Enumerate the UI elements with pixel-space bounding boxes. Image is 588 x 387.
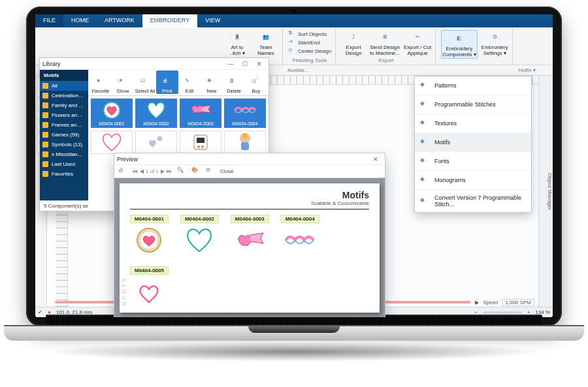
ribbon-group-components: ◧Embroidery Components ▾ ⚙Embroidery Set… bbox=[437, 29, 513, 65]
preview-viewport[interactable]: Motifs Scalable & Customizable M0404-000… bbox=[114, 178, 385, 317]
library-category[interactable]: Frames and Borders (374) bbox=[40, 120, 88, 130]
library-sidebar: Motifs AllCelebrations and Feelings (6)F… bbox=[40, 70, 88, 211]
dropdown-item[interactable]: ◆Convert Version 7 Programmable Stitch..… bbox=[415, 190, 531, 212]
library-category[interactable]: Games (59) bbox=[40, 130, 88, 140]
library-tool-new[interactable]: ✚New bbox=[201, 70, 223, 94]
library-category[interactable]: Last Used bbox=[40, 159, 88, 169]
tab-file[interactable]: FILE bbox=[35, 14, 63, 27]
art-to-stitch-label: Art to ..itch ▾ bbox=[229, 44, 244, 56]
sort-objects-button[interactable]: ⇅Sort Objects bbox=[288, 30, 331, 38]
preview-card-name: M0404-0003 bbox=[231, 215, 269, 223]
library-tool-favorite[interactable]: ★Favorite bbox=[90, 70, 112, 94]
tab-artwork[interactable]: ARTWORK bbox=[97, 14, 142, 27]
dropdown-item-icon: ◆ bbox=[420, 119, 429, 128]
new-icon: ✚ bbox=[207, 78, 216, 87]
dropdown-item[interactable]: ◆Fonts bbox=[415, 152, 531, 171]
speed-value[interactable]: 1,000 SPM bbox=[502, 299, 534, 306]
first-page-button[interactable]: ⏮ bbox=[133, 168, 138, 174]
motif-art bbox=[233, 132, 257, 152]
zoom-fit-icon[interactable]: 🔍 bbox=[177, 167, 186, 176]
aux-left-label[interactable]: Auxiliar... bbox=[287, 67, 308, 73]
print-icon[interactable]: 🖨 bbox=[118, 167, 127, 176]
preview-subheading: Scalable & Customizable bbox=[130, 200, 369, 209]
select all-icon: ☑ bbox=[140, 78, 150, 87]
export-design-button[interactable]: ⤴Export Design bbox=[341, 30, 366, 56]
library-category[interactable]: Flowers and Plants (20) bbox=[40, 110, 88, 120]
next-page-button[interactable]: ▶ bbox=[161, 168, 165, 174]
library-tool-label: Buy bbox=[252, 88, 261, 94]
library-thumb[interactable]: M0404-0003 bbox=[180, 99, 221, 128]
dropdown-item[interactable]: ◆Monograms bbox=[415, 171, 531, 190]
preview-sheet: Motifs Scalable & Customizable M0404-000… bbox=[120, 183, 380, 313]
preview-titlebar[interactable]: Preview ✕ bbox=[114, 153, 385, 165]
maximize-button[interactable]: ☐ bbox=[238, 59, 252, 69]
library-thumb[interactable] bbox=[135, 131, 177, 154]
preview-close-button[interactable]: Close bbox=[220, 168, 233, 174]
minimize-button[interactable]: — bbox=[224, 59, 237, 69]
library-title: Library bbox=[42, 61, 61, 67]
center-design-button[interactable]: ⊙Center Design bbox=[288, 47, 331, 55]
library-thumb[interactable] bbox=[180, 131, 221, 154]
library-toolbar: ★Favorite👁Show☑Select All🖨Print✎Edit✚New… bbox=[88, 70, 269, 96]
dropdown-item[interactable]: ◆Patterns bbox=[415, 76, 531, 95]
close-button[interactable]: ✕ bbox=[369, 155, 382, 164]
ribbon-tabs: FILE HOME ARTWORK EMBROIDERY VIEW bbox=[35, 14, 553, 27]
art-to-stitch-button[interactable]: 🧵Art to ..itch ▾ bbox=[225, 30, 250, 56]
library-thumb[interactable] bbox=[91, 131, 133, 154]
library-tool-buy[interactable]: 🛒Buy bbox=[245, 70, 267, 94]
library-tool-label: Select All bbox=[135, 88, 155, 94]
library-category[interactable]: Family and Home (37) bbox=[40, 101, 88, 110]
tab-home[interactable]: HOME bbox=[63, 14, 97, 27]
prev-page-button[interactable]: ◀ bbox=[140, 168, 144, 174]
library-thumb[interactable]: M0404-0001 bbox=[91, 99, 133, 128]
preview-card-art bbox=[233, 226, 266, 255]
dropdown-item-icon: ◆ bbox=[420, 100, 429, 109]
dropdown-item-label: Textures bbox=[434, 120, 457, 127]
dropdown-item[interactable]: ◆Motifs bbox=[415, 133, 531, 152]
play-button[interactable]: ▶ bbox=[475, 300, 479, 305]
settings-icon[interactable]: ⚙ bbox=[206, 167, 215, 176]
tab-view[interactable]: VIEW bbox=[197, 14, 228, 27]
embroidery-settings-button[interactable]: ⚙Embroidery Settings ▾ bbox=[482, 30, 508, 56]
library-tool-print[interactable]: 🖨Print bbox=[156, 70, 178, 94]
ribbon-group-export: ⤴Export Design 🖥Send Design to Machine..… bbox=[337, 29, 436, 65]
motif-caption: M0404-0002 bbox=[143, 121, 169, 126]
export-cut-applique-button[interactable]: ✂Export / Cut Applique bbox=[404, 30, 431, 56]
last-page-button[interactable]: ⏭ bbox=[167, 168, 172, 174]
library-tool-edit[interactable]: ✎Edit bbox=[178, 70, 201, 94]
library-tool-label: Delete bbox=[227, 88, 241, 94]
library-selection-status: 5 Component(s) selected bbox=[40, 200, 88, 211]
embroidery-components-button[interactable]: ◧Embroidery Components ▾ bbox=[441, 30, 478, 59]
right-dock[interactable]: Object Manager bbox=[538, 76, 553, 307]
start-end-button[interactable]: ⇥Start/End bbox=[288, 39, 331, 46]
library-category[interactable]: Celebrations and Feelings (6) bbox=[40, 91, 88, 101]
motif-art bbox=[144, 101, 169, 120]
library-category[interactable]: Symbols (13) bbox=[40, 140, 88, 149]
show-icon: 👁 bbox=[118, 78, 127, 87]
library-titlebar[interactable]: Library — ☐ ✕ bbox=[40, 58, 269, 70]
components-dropdown: ◆Patterns◆Programmable Stitches◆Textures… bbox=[414, 76, 532, 213]
library-category[interactable]: x Miscellaneous (85) bbox=[40, 149, 88, 159]
close-button[interactable]: ✕ bbox=[253, 59, 266, 69]
library-thumb[interactable]: M0404-0004 bbox=[224, 99, 266, 128]
finishing-caption: Finishing Tools bbox=[293, 57, 327, 65]
tab-embroidery[interactable]: EMBROIDERY bbox=[142, 14, 197, 27]
library-tool-select-all[interactable]: ☑Select All bbox=[134, 70, 156, 94]
library-thumb[interactable] bbox=[224, 131, 266, 154]
library-tool-show[interactable]: 👁Show bbox=[112, 70, 134, 94]
team-names-button[interactable]: 👥Team Names bbox=[253, 30, 278, 56]
options-icon[interactable]: 🎨 bbox=[191, 167, 201, 176]
dropdown-item-label: Patterns bbox=[434, 82, 457, 89]
dropdown-item[interactable]: ◆Programmable Stitches bbox=[415, 95, 531, 114]
export-caption: Export bbox=[379, 57, 394, 65]
team-names-label: Team Names bbox=[257, 44, 274, 56]
library-tool-delete[interactable]: 🗑Delete bbox=[223, 70, 245, 94]
library-category[interactable]: Favorites bbox=[40, 169, 88, 179]
aux-right-label[interactable]: Hotfix ▾ bbox=[518, 67, 536, 73]
send-to-machine-button[interactable]: 🖥Send Design to Machine... bbox=[370, 30, 400, 56]
library-category[interactable]: All bbox=[40, 81, 88, 91]
zoom-slider[interactable] bbox=[483, 311, 522, 314]
dropdown-item[interactable]: ◆Textures bbox=[415, 114, 531, 133]
preview-card-name: M0404-0005 bbox=[130, 266, 169, 275]
library-thumb[interactable]: M0404-0002 bbox=[135, 99, 177, 128]
